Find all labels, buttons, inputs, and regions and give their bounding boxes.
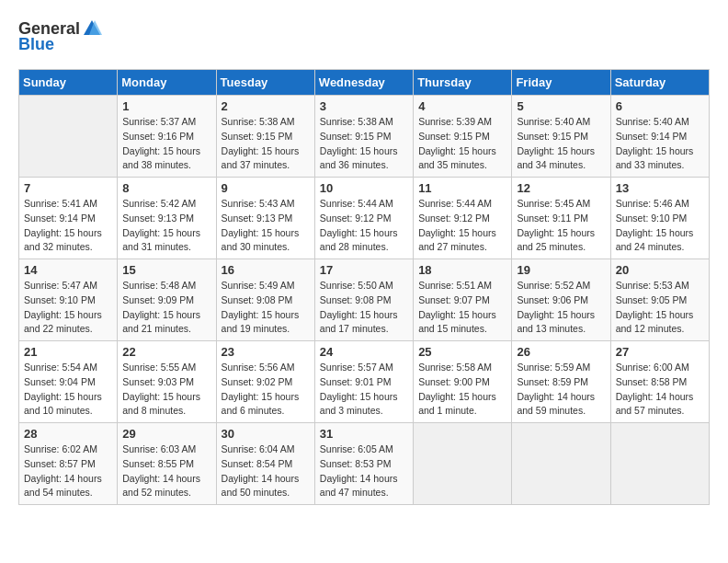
day-info: Sunrise: 5:40 AM Sunset: 9:14 PM Dayligh… xyxy=(616,115,704,173)
day-info: Sunrise: 5:52 AM Sunset: 9:06 PM Dayligh… xyxy=(517,279,605,337)
calendar-cell: 17Sunrise: 5:50 AM Sunset: 9:08 PM Dayli… xyxy=(314,259,413,341)
weekday-header-saturday: Saturday xyxy=(610,70,709,96)
calendar-cell: 15Sunrise: 5:48 AM Sunset: 9:09 PM Dayli… xyxy=(118,259,216,341)
calendar-table: SundayMondayTuesdayWednesdayThursdayFrid… xyxy=(18,69,710,505)
day-info: Sunrise: 5:59 AM Sunset: 8:59 PM Dayligh… xyxy=(517,361,605,419)
day-number: 22 xyxy=(122,345,210,359)
day-info: Sunrise: 6:05 AM Sunset: 8:53 PM Dayligh… xyxy=(320,442,408,500)
day-number: 12 xyxy=(517,181,605,195)
day-info: Sunrise: 5:43 AM Sunset: 9:13 PM Dayligh… xyxy=(222,197,310,255)
day-number: 28 xyxy=(24,427,112,441)
day-info: Sunrise: 6:03 AM Sunset: 8:55 PM Dayligh… xyxy=(122,442,210,500)
calendar-cell: 1Sunrise: 5:37 AM Sunset: 9:16 PM Daylig… xyxy=(118,96,216,178)
day-number: 23 xyxy=(222,345,310,359)
weekday-header-friday: Friday xyxy=(512,70,610,96)
calendar-cell xyxy=(414,423,512,505)
calendar-week-row: 7Sunrise: 5:41 AM Sunset: 9:14 PM Daylig… xyxy=(19,178,710,259)
calendar-cell: 24Sunrise: 5:57 AM Sunset: 9:01 PM Dayli… xyxy=(314,341,413,423)
day-info: Sunrise: 5:40 AM Sunset: 9:15 PM Dayligh… xyxy=(517,115,605,173)
day-number: 27 xyxy=(616,345,704,359)
day-info: Sunrise: 5:54 AM Sunset: 9:04 PM Dayligh… xyxy=(24,361,112,419)
day-number: 31 xyxy=(320,427,408,441)
day-info: Sunrise: 5:42 AM Sunset: 9:13 PM Dayligh… xyxy=(122,197,210,255)
day-number: 24 xyxy=(320,345,408,359)
day-number: 11 xyxy=(418,181,506,195)
calendar-week-row: 1Sunrise: 5:37 AM Sunset: 9:16 PM Daylig… xyxy=(19,96,710,178)
day-info: Sunrise: 5:39 AM Sunset: 9:15 PM Dayligh… xyxy=(418,115,506,173)
logo: General Blue xyxy=(18,18,102,54)
calendar-cell: 18Sunrise: 5:51 AM Sunset: 9:07 PM Dayli… xyxy=(414,259,512,341)
calendar-cell: 3Sunrise: 5:38 AM Sunset: 9:15 PM Daylig… xyxy=(314,96,413,178)
calendar-cell: 2Sunrise: 5:38 AM Sunset: 9:15 PM Daylig… xyxy=(216,96,314,178)
day-number: 16 xyxy=(222,263,310,277)
calendar-cell: 19Sunrise: 5:52 AM Sunset: 9:06 PM Dayli… xyxy=(512,259,610,341)
calendar-cell: 14Sunrise: 5:47 AM Sunset: 9:10 PM Dayli… xyxy=(19,259,118,341)
day-info: Sunrise: 5:38 AM Sunset: 9:15 PM Dayligh… xyxy=(320,115,408,173)
day-info: Sunrise: 5:53 AM Sunset: 9:05 PM Dayligh… xyxy=(616,279,704,337)
day-number: 3 xyxy=(320,99,408,113)
weekday-header-monday: Monday xyxy=(118,70,216,96)
day-number: 19 xyxy=(517,263,605,277)
day-number: 21 xyxy=(24,345,112,359)
day-number: 20 xyxy=(616,263,704,277)
day-info: Sunrise: 6:00 AM Sunset: 8:58 PM Dayligh… xyxy=(616,361,704,419)
page-header: General Blue xyxy=(18,18,710,54)
calendar-cell: 31Sunrise: 6:05 AM Sunset: 8:53 PM Dayli… xyxy=(314,423,413,505)
day-number: 7 xyxy=(24,181,112,195)
day-number: 10 xyxy=(320,181,408,195)
day-number: 1 xyxy=(122,99,210,113)
calendar-cell: 21Sunrise: 5:54 AM Sunset: 9:04 PM Dayli… xyxy=(19,341,118,423)
day-info: Sunrise: 5:44 AM Sunset: 9:12 PM Dayligh… xyxy=(320,197,408,255)
day-info: Sunrise: 6:02 AM Sunset: 8:57 PM Dayligh… xyxy=(24,442,112,500)
day-number: 17 xyxy=(320,263,408,277)
day-number: 4 xyxy=(418,99,506,113)
day-number: 5 xyxy=(517,99,605,113)
calendar-cell xyxy=(19,96,118,178)
day-info: Sunrise: 5:47 AM Sunset: 9:10 PM Dayligh… xyxy=(24,279,112,337)
day-number: 29 xyxy=(122,427,210,441)
calendar-cell: 16Sunrise: 5:49 AM Sunset: 9:08 PM Dayli… xyxy=(216,259,314,341)
day-number: 30 xyxy=(222,427,310,441)
weekday-header-row: SundayMondayTuesdayWednesdayThursdayFrid… xyxy=(19,70,710,96)
day-number: 9 xyxy=(222,181,310,195)
day-info: Sunrise: 5:41 AM Sunset: 9:14 PM Dayligh… xyxy=(24,197,112,255)
calendar-cell xyxy=(610,423,709,505)
day-info: Sunrise: 5:44 AM Sunset: 9:12 PM Dayligh… xyxy=(418,197,506,255)
calendar-week-row: 21Sunrise: 5:54 AM Sunset: 9:04 PM Dayli… xyxy=(19,341,710,423)
day-number: 25 xyxy=(418,345,506,359)
calendar-cell: 28Sunrise: 6:02 AM Sunset: 8:57 PM Dayli… xyxy=(19,423,118,505)
calendar-cell: 27Sunrise: 6:00 AM Sunset: 8:58 PM Dayli… xyxy=(610,341,709,423)
calendar-cell: 4Sunrise: 5:39 AM Sunset: 9:15 PM Daylig… xyxy=(414,96,512,178)
day-info: Sunrise: 5:55 AM Sunset: 9:03 PM Dayligh… xyxy=(122,361,210,419)
calendar-week-row: 14Sunrise: 5:47 AM Sunset: 9:10 PM Dayli… xyxy=(19,259,710,341)
day-number: 13 xyxy=(616,181,704,195)
day-info: Sunrise: 5:37 AM Sunset: 9:16 PM Dayligh… xyxy=(122,115,210,173)
day-number: 14 xyxy=(24,263,112,277)
calendar-week-row: 28Sunrise: 6:02 AM Sunset: 8:57 PM Dayli… xyxy=(19,423,710,505)
calendar-cell: 11Sunrise: 5:44 AM Sunset: 9:12 PM Dayli… xyxy=(414,178,512,259)
calendar-cell: 12Sunrise: 5:45 AM Sunset: 9:11 PM Dayli… xyxy=(512,178,610,259)
calendar-cell: 8Sunrise: 5:42 AM Sunset: 9:13 PM Daylig… xyxy=(118,178,216,259)
day-info: Sunrise: 5:38 AM Sunset: 9:15 PM Dayligh… xyxy=(222,115,310,173)
calendar-cell: 22Sunrise: 5:55 AM Sunset: 9:03 PM Dayli… xyxy=(118,341,216,423)
day-info: Sunrise: 5:49 AM Sunset: 9:08 PM Dayligh… xyxy=(222,279,310,337)
day-number: 6 xyxy=(616,99,704,113)
day-number: 8 xyxy=(122,181,210,195)
calendar-cell xyxy=(512,423,610,505)
day-info: Sunrise: 5:50 AM Sunset: 9:08 PM Dayligh… xyxy=(320,279,408,337)
day-info: Sunrise: 5:58 AM Sunset: 9:00 PM Dayligh… xyxy=(418,361,506,419)
day-info: Sunrise: 5:57 AM Sunset: 9:01 PM Dayligh… xyxy=(320,361,408,419)
logo-text-blue: Blue xyxy=(18,35,54,54)
weekday-header-sunday: Sunday xyxy=(19,70,118,96)
day-info: Sunrise: 5:46 AM Sunset: 9:10 PM Dayligh… xyxy=(616,197,704,255)
day-number: 18 xyxy=(418,263,506,277)
day-number: 2 xyxy=(222,99,310,113)
day-info: Sunrise: 5:45 AM Sunset: 9:11 PM Dayligh… xyxy=(517,197,605,255)
weekday-header-wednesday: Wednesday xyxy=(314,70,413,96)
day-info: Sunrise: 5:51 AM Sunset: 9:07 PM Dayligh… xyxy=(418,279,506,337)
calendar-cell: 7Sunrise: 5:41 AM Sunset: 9:14 PM Daylig… xyxy=(19,178,118,259)
day-number: 26 xyxy=(517,345,605,359)
calendar-cell: 10Sunrise: 5:44 AM Sunset: 9:12 PM Dayli… xyxy=(314,178,413,259)
calendar-cell: 29Sunrise: 6:03 AM Sunset: 8:55 PM Dayli… xyxy=(118,423,216,505)
day-number: 15 xyxy=(122,263,210,277)
